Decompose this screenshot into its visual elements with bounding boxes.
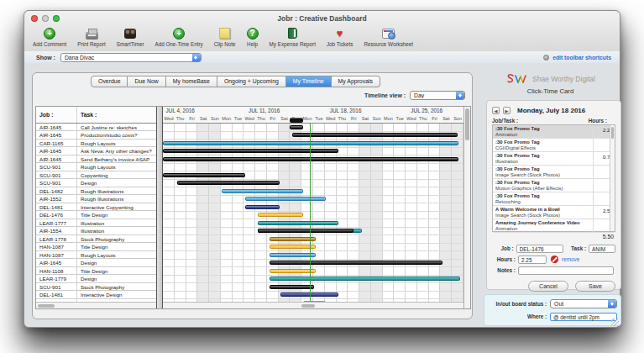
gantt-row[interactable] (163, 228, 463, 236)
time-entry-row[interactable]: :30 Fox Promo TagMotion Graphics (After … (493, 179, 615, 192)
table-row[interactable]: AIR-1645Send Bethany's invoice ASAP (36, 155, 156, 164)
gantt-row[interactable] (163, 124, 463, 132)
gantt-row[interactable] (163, 171, 463, 180)
where-field[interactable]: @ dentist until 2pm (550, 313, 617, 321)
gantt-bar-yellow[interactable] (270, 269, 316, 273)
gantt-bar-teal[interactable] (258, 221, 338, 225)
table-row[interactable]: AIR-1645Design (36, 259, 156, 267)
resize-grip-icon[interactable] (611, 319, 619, 326)
tab-my-approvals[interactable]: My Approvals (332, 76, 380, 87)
table-row[interactable]: AIR-1645Call Justine re: sketches (36, 124, 156, 132)
toolbar-item-my-expense-report[interactable]: My Expense Report (270, 26, 316, 47)
gantt-bar-black[interactable] (270, 261, 443, 265)
tab-my-homebase[interactable]: My homeBase (166, 76, 217, 87)
toolbar-item-add-one-time-entry[interactable]: +Add One-Time Entry (155, 26, 203, 47)
gantt-row[interactable] (163, 196, 463, 204)
next-day-button[interactable]: ▶ (503, 107, 510, 114)
table-row[interactable]: DEL-1481Interactive Design (36, 291, 156, 299)
gantt-row[interactable] (163, 235, 463, 244)
table-row[interactable]: AIR-1552Rough Illustrations (36, 195, 156, 203)
entry-list-scrollbar[interactable] (610, 125, 615, 231)
timeline-hscroll-thumb[interactable] (301, 304, 315, 308)
time-entry-row[interactable]: A Warm Welcome in a BowlImage Search (St… (493, 206, 615, 219)
tab-my-timeline[interactable]: My Timeline (286, 76, 332, 87)
gantt-row[interactable] (163, 283, 463, 292)
job-field[interactable]: DEL-1476 (516, 245, 563, 253)
gantt-row[interactable] (163, 140, 463, 148)
tab-overdue[interactable]: Overdue (91, 76, 128, 87)
save-button[interactable]: Save (575, 281, 615, 292)
table-row[interactable]: LEAR-1777Illustration (36, 219, 156, 228)
toolbar-item-print-report[interactable]: Print Report (77, 26, 106, 47)
toolbar-item-add-comment[interactable]: +Add Comment (33, 26, 66, 47)
table-row[interactable]: SCU-901Rough Layouts (36, 163, 156, 171)
gantt-bar-black[interactable] (258, 229, 353, 233)
toolbar-item-clip-note[interactable]: Clip Note (214, 26, 236, 47)
remove-link[interactable]: remove (562, 256, 579, 262)
gantt-row[interactable] (163, 260, 463, 268)
close-button[interactable] (31, 15, 38, 22)
table-row[interactable]: HAN-1108Title Design (36, 267, 156, 276)
timeline-view-dropdown[interactable]: Day (410, 91, 465, 100)
toolbar-item-smart-timer[interactable]: SmartTimer (117, 26, 144, 47)
time-entry-row[interactable]: :30 Fox Promo TagIllustration0.75 (493, 152, 615, 166)
timeline-vscrollbar[interactable] (463, 107, 470, 308)
inout-status-dropdown[interactable]: Out (550, 299, 617, 308)
gantt-row[interactable] (163, 244, 463, 252)
gantt-bar-black[interactable] (290, 125, 302, 129)
gantt-row[interactable] (163, 155, 463, 164)
gantt-bar-yellow[interactable] (258, 213, 303, 217)
gantt-bar-black[interactable] (163, 149, 338, 153)
gantt-row[interactable] (163, 203, 463, 212)
gantt-row[interactable] (163, 292, 463, 300)
table-row[interactable]: SCU-901Stock Photography (36, 283, 156, 292)
prev-day-button[interactable]: ◀ (492, 107, 500, 114)
gantt-bar-lightblue[interactable] (222, 189, 302, 193)
job-list-hscrollbar[interactable] (36, 302, 156, 308)
table-row[interactable]: DEL-1476Title Design (36, 211, 156, 219)
table-row[interactable]: AIR-1554Illustration (36, 227, 156, 235)
gantt-bar-black[interactable] (270, 285, 315, 289)
table-row[interactable]: CAR-1165Rough Layouts (36, 140, 156, 148)
time-entry-row[interactable]: :30 Fox Promo TagImage Search (Stock Pho… (493, 166, 615, 179)
gantt-bar-ochre[interactable] (270, 237, 316, 241)
table-row[interactable]: AIR-1645Production/studio costs? (36, 131, 156, 140)
gantt-row[interactable] (163, 251, 463, 260)
gantt-row[interactable] (163, 276, 463, 284)
table-row[interactable]: AIR-1645Ask Neva: Any other changes? (36, 147, 156, 155)
gantt-row[interactable] (163, 187, 463, 196)
notes-field[interactable] (518, 266, 614, 275)
pane-splitter[interactable] (156, 107, 163, 308)
table-row[interactable]: HAN-1087Rough Layouts (36, 251, 156, 260)
cancel-button[interactable]: Cancel (528, 281, 568, 292)
timeline-hscrollbar[interactable] (163, 302, 463, 308)
time-entry-row[interactable]: :30 Fox Promo TagRetouching (493, 192, 615, 206)
edit-toolbar-shortcuts-link[interactable]: edit toolbar shortcuts (543, 55, 611, 61)
tab-ongoing-upcoming[interactable]: Ongoing + Upcoming (217, 76, 286, 87)
titlebar[interactable]: Jobr : Creative Dashboard (24, 11, 620, 25)
table-row[interactable]: DEL-1481Interactive Copywriting (36, 203, 156, 212)
gantt-bar-black[interactable] (163, 173, 245, 177)
toolbar-item-resource-worksheet[interactable]: Resource Worksheet (364, 26, 413, 47)
job-list-hscroll-thumb[interactable] (38, 304, 55, 308)
gantt-row[interactable] (163, 180, 463, 188)
timeline-vscroll-thumb[interactable] (465, 108, 469, 140)
hours-field[interactable]: 2.25 (518, 256, 547, 264)
gantt-bar-black[interactable] (292, 133, 458, 137)
table-row[interactable]: DEL-1482Rough Illustrations (36, 187, 156, 196)
zoom-button[interactable] (53, 15, 60, 22)
toolbar-item-help[interactable]: ?Help (247, 26, 259, 47)
gantt-row[interactable] (163, 267, 463, 276)
task-field[interactable]: ANIM (589, 245, 615, 253)
gantt-bar-navy[interactable] (245, 205, 280, 209)
table-row[interactable]: LEAR-1778Stock Photography (36, 235, 156, 244)
gantt-row[interactable] (163, 148, 463, 156)
gantt-bar-teal[interactable] (270, 277, 460, 281)
minimize-button[interactable] (42, 15, 49, 22)
time-entry-row[interactable]: Amazing Journey Conference VideoAnimatio… (493, 219, 615, 233)
tab-due-now[interactable]: Due Now (128, 76, 165, 87)
table-row[interactable]: SCU-901Copywriting (36, 171, 156, 180)
table-row[interactable]: HAN-1087Title Design (36, 243, 156, 251)
gantt-row[interactable] (163, 212, 463, 220)
gantt-row[interactable] (163, 219, 463, 228)
